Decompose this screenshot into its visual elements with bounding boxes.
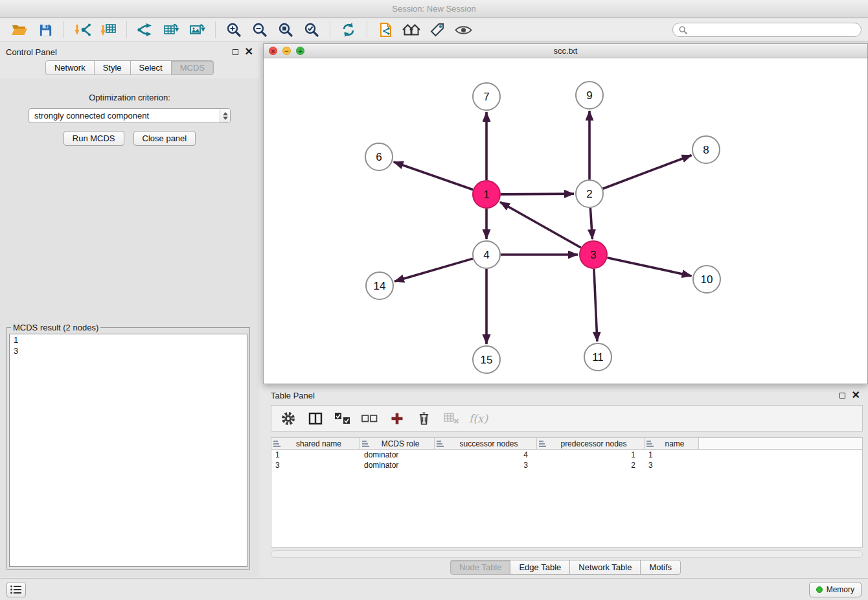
table-row[interactable]: 1dominator411 (271, 450, 862, 460)
close-panel-icon[interactable]: ✕ (245, 49, 253, 55)
new-table-button[interactable] (158, 20, 184, 40)
tab-edge-table[interactable]: Edge Table (510, 560, 570, 575)
mcds-result-item[interactable]: 3 (10, 345, 247, 356)
float-panel-icon[interactable] (233, 49, 238, 55)
graph-node-9[interactable]: 9 (576, 82, 603, 109)
table-cell[interactable]: 2 (537, 461, 645, 470)
graph-edge-3-10[interactable] (607, 258, 691, 276)
close-table-panel-icon[interactable]: ✕ (852, 392, 860, 398)
function-builder-button[interactable]: f(x) (470, 410, 487, 427)
mcds-result-item[interactable]: 1 (10, 334, 247, 345)
graph-node-4[interactable]: 4 (473, 241, 500, 268)
column-header-predecessor-nodes[interactable]: predecessor nodes (537, 438, 645, 449)
column-header-shared-name[interactable]: shared name (271, 438, 360, 449)
table-row[interactable]: 3dominator323 (271, 460, 862, 470)
graph-node-2[interactable]: 2 (576, 180, 603, 207)
zoom-out-button[interactable] (247, 20, 273, 40)
graph-edge-2-8[interactable] (603, 155, 692, 189)
column-header-MCDS-role[interactable]: MCDS role (360, 438, 435, 449)
first-neighbors-button[interactable] (398, 20, 424, 40)
sort-icon[interactable] (437, 441, 444, 447)
delete-row-button[interactable] (415, 410, 433, 427)
save-session-button[interactable] (32, 20, 58, 40)
graph-node-3[interactable]: 3 (580, 241, 607, 268)
show-columns-button[interactable] (306, 410, 324, 427)
task-history-button[interactable] (6, 582, 26, 597)
select-all-button[interactable] (334, 410, 351, 427)
toggle-graphics-details-button[interactable] (450, 20, 476, 40)
tab-motifs[interactable]: Motifs (640, 560, 681, 575)
table-cell[interactable]: 3 (645, 461, 699, 470)
horizontal-scrollbar[interactable] (271, 550, 863, 558)
optimization-criterion-select[interactable]: strongly connected component (29, 108, 231, 123)
table-settings-button[interactable] (279, 410, 297, 427)
minimize-window-button[interactable]: − (282, 47, 291, 55)
open-session-button[interactable] (6, 20, 32, 40)
deselect-all-button[interactable] (361, 410, 378, 427)
run-mcds-button[interactable]: Run MCDS (63, 131, 124, 146)
table-cell[interactable]: dominator (360, 461, 435, 470)
network-canvas[interactable]: 7968124314101511 (264, 59, 867, 384)
table-cell[interactable]: 1 (271, 450, 360, 459)
table-cell[interactable]: 1 (645, 450, 699, 459)
tab-node-table[interactable]: Node Table (450, 560, 511, 575)
search-box[interactable] (672, 23, 862, 37)
sort-icon[interactable] (539, 441, 546, 447)
graph-node-8[interactable]: 8 (692, 136, 720, 163)
graph-node-11[interactable]: 11 (584, 343, 611, 371)
tab-style[interactable]: Style (94, 60, 131, 75)
graph-edge-2-3[interactable] (590, 208, 592, 239)
new-network-button[interactable] (132, 20, 158, 40)
table-cell[interactable]: 4 (435, 450, 537, 459)
tab-select[interactable]: Select (130, 60, 172, 75)
graph-node-10[interactable]: 10 (693, 266, 720, 293)
mcds-panel: Optimization criterion: strongly connect… (0, 78, 259, 577)
zoom-fit-content-button[interactable] (273, 20, 299, 40)
graph-edge-1-2[interactable] (501, 194, 574, 194)
zoom-in-button[interactable] (221, 20, 247, 40)
graph-node-7[interactable]: 7 (473, 83, 500, 110)
close-panel-button[interactable]: Close panel (133, 131, 196, 146)
column-header-successor-nodes[interactable]: successor nodes (435, 438, 537, 449)
close-window-button[interactable]: × (269, 47, 277, 55)
gear-icon (281, 411, 295, 426)
mcds-result-list[interactable]: 13 (9, 334, 247, 567)
sort-icon[interactable] (646, 441, 654, 447)
maximize-window-button[interactable]: + (296, 47, 304, 55)
tab-network-table[interactable]: Network Table (569, 560, 641, 575)
memory-button[interactable]: Memory (809, 582, 862, 597)
table-cell[interactable]: 3 (435, 461, 537, 470)
tab-network[interactable]: Network (45, 60, 95, 75)
graph-node-label: 2 (586, 188, 592, 200)
column-header-name[interactable]: name (645, 438, 699, 449)
network-share-icon (137, 22, 153, 38)
sort-icon[interactable] (273, 441, 280, 447)
graph-node-1[interactable]: 1 (473, 181, 500, 208)
add-row-button[interactable] (388, 410, 405, 427)
tab-mcds[interactable]: MCDS (171, 60, 214, 75)
table-cell[interactable]: 3 (271, 461, 360, 470)
sort-icon[interactable] (362, 441, 369, 447)
search-input[interactable] (691, 25, 855, 36)
graph-node-15[interactable]: 15 (473, 346, 500, 373)
delete-table-button[interactable] (442, 410, 460, 427)
import-table-from-file-button[interactable] (95, 20, 121, 40)
graph-edge-3-1[interactable] (500, 202, 581, 248)
refresh-icon (341, 22, 356, 38)
graph-node-6[interactable]: 6 (365, 143, 393, 170)
graph-node-14[interactable]: 14 (366, 272, 393, 299)
apply-layout-button[interactable] (336, 20, 361, 40)
control-panel-header: Control Panel ✕ (0, 43, 259, 60)
network-window-titlebar[interactable]: × − + scc.txt (264, 44, 867, 58)
table-cell[interactable]: dominator (360, 450, 435, 459)
table-cell[interactable]: 1 (537, 450, 645, 459)
graph-edge-4-14[interactable] (394, 259, 473, 281)
export-image-button[interactable] (184, 20, 210, 40)
apply-style-button[interactable] (424, 20, 450, 40)
copy-network-view-button[interactable] (372, 20, 398, 40)
graph-edge-3-11[interactable] (594, 269, 597, 341)
graph-edge-1-6[interactable] (394, 162, 474, 190)
float-table-panel-icon[interactable] (839, 393, 845, 398)
import-network-from-file-button[interactable] (69, 20, 95, 40)
zoom-selected-button[interactable] (299, 20, 325, 40)
